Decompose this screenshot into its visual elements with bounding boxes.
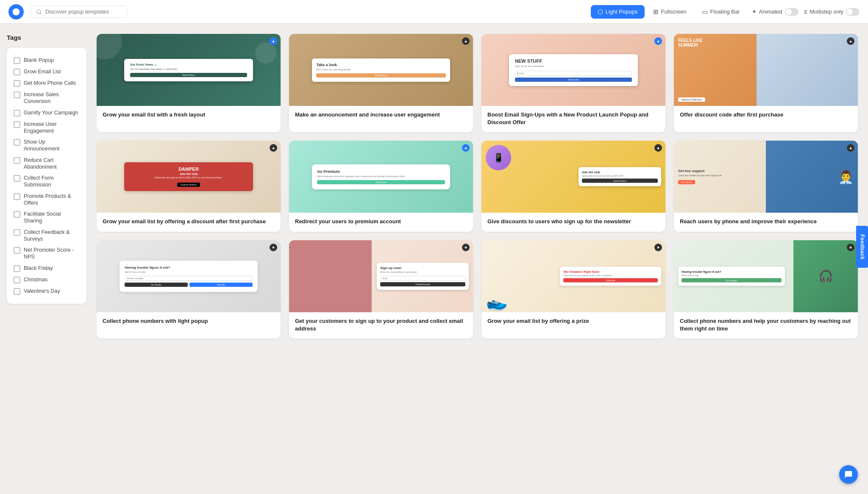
svg-point-1 bbox=[37, 9, 41, 13]
tag-checkbox-engagement[interactable] bbox=[14, 121, 20, 128]
template-card-t5[interactable]: DAMPER Join the club Subscribe and get a… bbox=[97, 141, 281, 231]
tag-checkbox-valentines[interactable] bbox=[14, 288, 20, 295]
template-card-t8[interactable]: Get free support Leave your number and g… bbox=[674, 141, 858, 231]
template-card-t10[interactable]: Sign up now! Enter your email address to… bbox=[289, 240, 473, 339]
tag-checkbox-sales[interactable] bbox=[14, 92, 20, 98]
tag-item-nps[interactable]: Net Promoter Score - NPS bbox=[14, 244, 80, 263]
animated-icon: ✦ bbox=[752, 8, 757, 15]
main-layout: Tags Blank Popup Grow Email List Get Mor… bbox=[0, 24, 868, 494]
tag-checkbox-christmas[interactable] bbox=[14, 277, 20, 283]
tag-checkbox-social[interactable] bbox=[14, 211, 20, 218]
tag-label-sales: Increase Sales Conversion bbox=[24, 91, 80, 105]
template-card-t9[interactable]: Having trouble figure it out? We're here… bbox=[97, 240, 281, 339]
tag-checkbox-black_friday[interactable] bbox=[14, 265, 20, 272]
template-title-t4: Offer discount code after first purchase bbox=[680, 111, 852, 119]
template-card-t6[interactable]: Go Premium More features more fun! upgra… bbox=[289, 141, 473, 231]
tag-checkbox-cart[interactable] bbox=[14, 157, 20, 164]
template-card-t7[interactable]: 📱 Join the club Subscribe and get an Ext… bbox=[481, 141, 665, 231]
multistep-toggle[interactable] bbox=[846, 8, 860, 16]
template-thumbnail-t4: FEELS LIKESUMMER! Explore Collection ● bbox=[674, 34, 858, 106]
template-info-t7: Give discounts to users who sign up for … bbox=[481, 213, 665, 231]
template-card-t1[interactable]: Get Fresh Views — the UX newsletter that… bbox=[97, 34, 281, 132]
tag-item-social[interactable]: Facilitate Social Sharing bbox=[14, 208, 80, 227]
tag-checkbox-products[interactable] bbox=[14, 193, 20, 200]
feedback-tab[interactable]: Feedback bbox=[856, 226, 868, 268]
tag-item-engagement[interactable]: Increase User Engagement bbox=[14, 119, 80, 137]
tag-item-black_friday[interactable]: Black Friday bbox=[14, 263, 80, 274]
template-card-t12[interactable]: 🎧 Having trouble figure it out? We're he… bbox=[674, 240, 858, 339]
tag-item-announcement[interactable]: Show Up Announcement bbox=[14, 136, 80, 155]
tag-item-sales[interactable]: Increase Sales Conversion bbox=[14, 89, 80, 107]
tag-checkbox-blank[interactable] bbox=[14, 57, 20, 64]
tag-item-grow_email[interactable]: Grow Email List bbox=[14, 66, 80, 78]
tag-item-feedback[interactable]: Collect Feedback & Surveys bbox=[14, 227, 80, 245]
tag-item-phone_calls[interactable]: Get More Phone Calls bbox=[14, 78, 80, 89]
thumbnail-inner-t3: NEW STUFF Sign up for our newsletter Sub… bbox=[481, 34, 665, 106]
multistep-toggle-wrapper: ⧖ Multistep only bbox=[804, 8, 860, 16]
thumbnail-inner-t7: 📱 Join the club Subscribe and get an Ext… bbox=[481, 141, 665, 213]
tag-checkbox-form[interactable] bbox=[14, 175, 20, 182]
tag-label-valentines: Valentine's Day bbox=[24, 288, 60, 294]
template-info-t8: Reach users by phone and improve their e… bbox=[674, 213, 858, 231]
template-thumbnail-t12: 🎧 Having trouble figure it out? We're he… bbox=[674, 240, 858, 312]
search-bar bbox=[31, 6, 127, 18]
search-icon bbox=[36, 9, 42, 15]
tag-label-feedback: Collect Feedback & Surveys bbox=[24, 229, 80, 243]
tag-checkbox-nps[interactable] bbox=[14, 247, 20, 254]
nav-pill-floating-bar[interactable]: ▭ Floating Bar bbox=[695, 5, 747, 19]
template-card-t4[interactable]: FEELS LIKESUMMER! Explore Collection ● O… bbox=[674, 34, 858, 132]
template-thumbnail-t7: 📱 Join the club Subscribe and get an Ext… bbox=[481, 141, 665, 213]
multistep-icon: ⧖ bbox=[804, 8, 807, 15]
template-info-t3: Boost Email Sign-Ups with a New Product … bbox=[481, 106, 665, 132]
thumbnail-inner-t11: 👟 Win Sneakers Right Now! Order now for … bbox=[481, 240, 665, 312]
template-title-t1: Grow your email list with a fresh layout bbox=[103, 111, 275, 119]
search-input[interactable] bbox=[45, 8, 122, 15]
template-info-t1: Grow your email list with a fresh layout bbox=[97, 106, 281, 125]
tag-checkbox-gamify[interactable] bbox=[14, 110, 20, 117]
template-thumbnail-t3: NEW STUFF Sign up for our newsletter Sub… bbox=[481, 34, 665, 106]
thumbnail-inner-t6: Go Premium More features more fun! upgra… bbox=[289, 141, 473, 213]
template-card-t2[interactable]: Take a look. Don't miss our new blog pos… bbox=[289, 34, 473, 132]
floating-bar-icon: ▭ bbox=[702, 8, 708, 16]
template-thumbnail-t5: DAMPER Join the club Subscribe and get a… bbox=[97, 141, 281, 213]
thumbnail-inner-t1: Get Fresh Views — the UX newsletter that… bbox=[97, 34, 281, 106]
tag-label-gamify: Gamify Your Campaign bbox=[24, 109, 78, 116]
light-popups-icon: ⬡ bbox=[598, 8, 603, 16]
template-thumbnail-t6: Go Premium More features more fun! upgra… bbox=[289, 141, 473, 213]
tag-item-blank[interactable]: Blank Popup bbox=[14, 55, 80, 66]
tag-label-grow_email: Grow Email List bbox=[24, 68, 61, 75]
nav-pills: ⬡ Light Popups ⊞ Fullscreen ▭ Floating B… bbox=[591, 5, 860, 19]
chat-button[interactable] bbox=[839, 465, 858, 484]
tag-label-christmas: Christmas bbox=[24, 276, 47, 283]
tag-item-form[interactable]: Collect Form Submission bbox=[14, 172, 80, 191]
tag-item-gamify[interactable]: Gamify Your Campaign bbox=[14, 107, 80, 119]
template-thumbnail-t1: Get Fresh Views — the UX newsletter that… bbox=[97, 34, 281, 106]
tag-checkbox-grow_email[interactable] bbox=[14, 69, 20, 75]
thumbnail-inner-t8: Get free support Leave your number and g… bbox=[674, 141, 858, 213]
template-title-t9: Collect phone numbers with light popup bbox=[103, 317, 275, 325]
template-badge-t11: ● bbox=[654, 244, 662, 251]
template-info-t2: Make an announcement and increase user e… bbox=[289, 106, 473, 125]
template-thumbnail-t8: Get free support Leave your number and g… bbox=[674, 141, 858, 213]
nav-pill-fullscreen[interactable]: ⊞ Fullscreen bbox=[646, 5, 693, 19]
tag-checkbox-phone_calls[interactable] bbox=[14, 80, 20, 87]
logo[interactable] bbox=[8, 4, 24, 19]
tag-checkbox-feedback[interactable] bbox=[14, 229, 20, 236]
tag-label-nps: Net Promoter Score - NPS bbox=[24, 247, 80, 261]
animated-toggle[interactable] bbox=[785, 8, 798, 16]
template-badge-t10: ● bbox=[462, 244, 470, 251]
tag-item-valentines[interactable]: Valentine's Day bbox=[14, 286, 80, 297]
thumbnail-inner-t5: DAMPER Join the club Subscribe and get a… bbox=[97, 141, 281, 213]
thumbnail-inner-t2: Take a look. Don't miss our new blog pos… bbox=[289, 34, 473, 106]
template-card-t11[interactable]: 👟 Win Sneakers Right Now! Order now for … bbox=[481, 240, 665, 339]
tag-checkbox-announcement[interactable] bbox=[14, 139, 20, 146]
template-title-t5: Grow your email list by offering a disco… bbox=[103, 218, 275, 225]
nav-pill-light-popups[interactable]: ⬡ Light Popups bbox=[591, 5, 645, 19]
template-card-t3[interactable]: NEW STUFF Sign up for our newsletter Sub… bbox=[481, 34, 665, 132]
tag-label-form: Collect Form Submission bbox=[24, 175, 80, 189]
tag-item-products[interactable]: Promote Products & Offers bbox=[14, 191, 80, 209]
template-info-t4: Offer discount code after first purchase bbox=[674, 106, 858, 125]
tag-item-cart[interactable]: Reduce Cart Abandonment bbox=[14, 155, 80, 173]
animated-toggle-wrapper: ✦ Animated bbox=[752, 8, 798, 16]
tag-item-christmas[interactable]: Christmas bbox=[14, 274, 80, 286]
